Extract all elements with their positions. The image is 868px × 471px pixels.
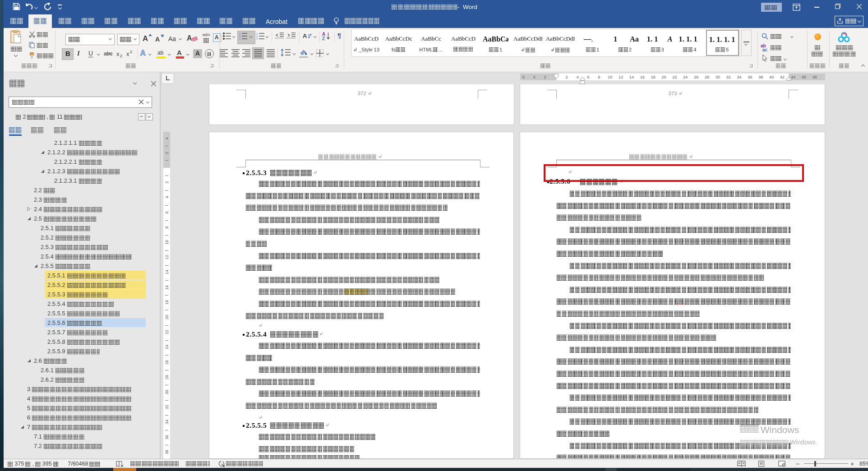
svg-text:3: 3 bbox=[239, 38, 241, 40]
svg-text:3: 3 bbox=[256, 38, 258, 40]
